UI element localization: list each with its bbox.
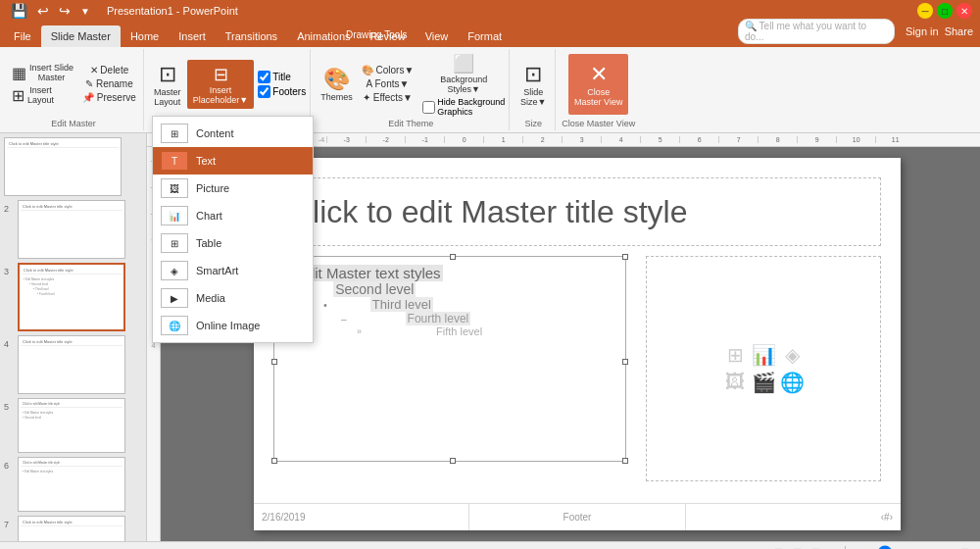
- tab-slide-master[interactable]: Slide Master: [41, 25, 121, 47]
- slide-num-2: 2: [4, 204, 9, 214]
- body-level3: Third level: [370, 297, 433, 312]
- handle-tm[interactable]: [450, 254, 456, 260]
- slide-title-area[interactable]: Click to edit Master title style: [273, 177, 881, 246]
- ribbon-tabs-row: Drawing Tools File Slide Master Home Ins…: [0, 22, 980, 47]
- smartart-content-icon: ◈: [780, 343, 805, 367]
- dropdown-text-label: Text: [196, 155, 216, 167]
- dropdown-table[interactable]: ⊞ Table: [153, 229, 313, 257]
- tab-home[interactable]: Home: [121, 25, 169, 47]
- tell-me-bar[interactable]: 🔍 Tell me what you want to do...: [738, 19, 895, 44]
- content-grid: ⊞ 📊 ◈ 🖼 🎬 🌐: [723, 343, 805, 394]
- smartart-icon: ◈: [161, 261, 188, 280]
- picture-content-icon: 🖼: [723, 371, 748, 394]
- insert-slide-master-btn[interactable]: ▦ Insert SlideMaster: [8, 62, 77, 83]
- slide-thumb-5[interactable]: Click to edit Master title style • Edit …: [18, 398, 125, 453]
- body-level2: Second level: [333, 281, 416, 297]
- footers-checkbox-label[interactable]: Footers: [258, 85, 306, 98]
- slide-thumb-2[interactable]: Click to edit Master title style: [18, 200, 125, 259]
- share-btn[interactable]: Share: [942, 25, 976, 38]
- tab-file[interactable]: File: [4, 25, 41, 47]
- table-content-icon: ⊞: [723, 343, 748, 367]
- handle-mr[interactable]: [622, 359, 628, 365]
- footers-checkbox[interactable]: [258, 85, 270, 98]
- customize-quick-btn[interactable]: ▼: [77, 5, 93, 18]
- delete-btn[interactable]: ✕ Delete: [79, 64, 139, 76]
- ribbon: ▦ Insert SlideMaster ⊞ InsertLayout ✕ De…: [0, 47, 980, 133]
- master-layout-btn[interactable]: ⊡ MasterLayout: [150, 60, 185, 109]
- tab-view[interactable]: View: [416, 25, 459, 47]
- zoom-slider[interactable]: [850, 545, 928, 550]
- dropdown-smartart[interactable]: ◈ SmartArt: [153, 257, 313, 284]
- handle-bl[interactable]: [271, 458, 277, 464]
- window-controls: ─ □ ✕: [917, 3, 972, 19]
- slide-thumb-3[interactable]: Click to edit Master title style • Edit …: [18, 263, 125, 331]
- tab-insert[interactable]: Insert: [169, 25, 216, 47]
- hide-background-label[interactable]: Hide BackgroundGraphics: [422, 97, 505, 117]
- dropdown-content[interactable]: ⊞ Content: [153, 120, 313, 147]
- view-slideshow-btn[interactable]: ▶: [827, 545, 841, 549]
- dropdown-picture[interactable]: 🖼 Picture: [153, 175, 313, 202]
- themes-btn[interactable]: 🎨 Themes: [317, 65, 357, 104]
- preserve-btn[interactable]: 📌 Preserve: [79, 91, 139, 104]
- size-label: Size: [525, 117, 543, 128]
- insert-placeholder-btn[interactable]: ⊟ InsertPlaceholder▼: [187, 60, 254, 109]
- slide-size-btn[interactable]: ⊡ SlideSize▼: [515, 60, 551, 109]
- online-image-icon: 🌐: [161, 316, 188, 335]
- dropdown-smartart-label: SmartArt: [196, 265, 238, 276]
- slide-thumb-4[interactable]: Click to edit Master title style: [18, 335, 125, 394]
- handle-tr[interactable]: [622, 254, 628, 260]
- tab-transitions[interactable]: Transitions: [216, 25, 287, 47]
- title-checkbox[interactable]: [258, 71, 270, 83]
- redo-btn[interactable]: ↪: [56, 2, 74, 20]
- ribbon-group-edit-master: ▦ Insert SlideMaster ⊞ InsertLayout ✕ De…: [4, 49, 144, 130]
- background-styles-btn[interactable]: ⬜ BackgroundStyles▼: [422, 51, 505, 96]
- slide-thumb-6[interactable]: Click to edit Master title style • Edit …: [18, 457, 125, 512]
- body-level1: Edit Master text styles: [295, 265, 443, 281]
- slide-num-5: 5: [4, 402, 9, 412]
- undo-btn[interactable]: ↩: [34, 2, 52, 20]
- slide-content-area[interactable]: ⊞ 📊 ◈ 🖼 🎬 🌐: [646, 256, 881, 481]
- view-normal-btn[interactable]: ⊡: [771, 545, 786, 549]
- maximize-btn[interactable]: □: [937, 3, 953, 19]
- fonts-btn[interactable]: A Fonts▼: [359, 77, 417, 90]
- handle-br[interactable]: [622, 458, 628, 464]
- slide-body-area[interactable]: • Edit Master text styles • Second level…: [273, 256, 626, 462]
- themes-icon: 🎨: [323, 67, 350, 92]
- app-title: Presentation1 - PowerPoint: [107, 5, 238, 17]
- handle-ml[interactable]: [271, 359, 277, 365]
- slide-num-7: 7: [4, 520, 9, 529]
- media-icon: ▶: [161, 288, 188, 308]
- insert-placeholder-icon: ⊟: [214, 64, 228, 85]
- dropdown-chart[interactable]: 📊 Chart: [153, 202, 313, 229]
- slide-thumb-7[interactable]: Click to edit Master title style: [18, 516, 125, 541]
- close-master-view-btn[interactable]: ✕ CloseMaster View: [568, 54, 628, 115]
- handle-bm[interactable]: [450, 458, 456, 464]
- rename-btn[interactable]: ✎ Rename: [79, 77, 139, 90]
- slide-thumb-1[interactable]: Click to edit Master title style: [4, 137, 122, 196]
- title-checkbox-label[interactable]: Title: [258, 71, 306, 83]
- status-bar-right: ⊡ ⊞ ⊟ ▶ 93% ⊡: [771, 545, 972, 550]
- colors-btn[interactable]: 🎨 Colors▼: [359, 64, 417, 76]
- save-quick-btn[interactable]: 💾: [8, 2, 30, 20]
- dropdown-online-image[interactable]: 🌐 Online Image: [153, 312, 313, 339]
- slide-size-icon: ⊡: [524, 62, 542, 87]
- drawing-tools-label: Drawing Tools: [338, 22, 416, 47]
- media-content-icon: 🎬: [752, 371, 776, 394]
- hide-background-checkbox[interactable]: [422, 101, 435, 114]
- view-slide-sorter-btn[interactable]: ⊞: [790, 545, 805, 549]
- tab-format[interactable]: Format: [458, 25, 512, 47]
- view-reading-btn[interactable]: ⊟: [808, 545, 823, 549]
- close-btn[interactable]: ✕: [956, 3, 972, 19]
- dropdown-media[interactable]: ▶ Media: [153, 284, 313, 312]
- sign-in-btn[interactable]: Sign in: [903, 25, 942, 38]
- minimize-btn[interactable]: ─: [917, 3, 933, 19]
- zoom-fit-btn[interactable]: ⊡: [957, 545, 972, 549]
- insert-layout-btn[interactable]: ⊞ InsertLayout: [8, 84, 77, 106]
- tell-me-placeholder: Tell me what you want to do...: [745, 21, 866, 42]
- ribbon-group-close: ✕ CloseMaster View Close Master View: [558, 49, 639, 130]
- effects-btn[interactable]: ✦ Effects▼: [359, 91, 417, 104]
- dropdown-text[interactable]: T Text: [153, 147, 313, 175]
- body-level5: Fifth level: [436, 325, 482, 337]
- slide-num-3: 3: [4, 267, 9, 276]
- quick-access-toolbar: 💾 ↩ ↪ ▼: [8, 2, 93, 20]
